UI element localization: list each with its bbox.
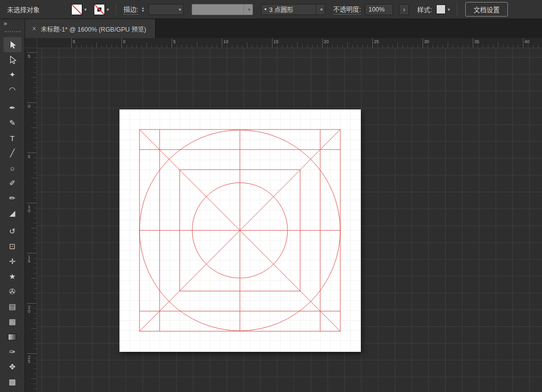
none-stroke-slash-icon — [94, 5, 104, 15]
ruler-left-label: 20 — [27, 305, 32, 313]
fill-dropdown-arrow[interactable]: ▾ — [84, 7, 87, 12]
opacity-label[interactable]: 不透明度: — [333, 4, 361, 15]
tools-panel: » ✦◠✒✎T╱○✐✏◢↺⊡✛★✇▤▦✑✥▩ — [0, 19, 25, 392]
ruler-top-label: 5 — [173, 39, 176, 44]
artboard-tool[interactable]: ▦ — [4, 314, 22, 329]
type-tool[interactable]: T — [4, 130, 22, 146]
star-tool[interactable]: ★ — [4, 269, 22, 284]
ruler-corner[interactable] — [25, 38, 37, 48]
ruler-left-label: 0 — [27, 104, 32, 108]
swatches-grid-tool[interactable]: ▩ — [4, 374, 22, 389]
direct-selection-tool-icon — [9, 56, 17, 64]
curvature-tool[interactable]: ✎ — [4, 115, 22, 130]
eyedropper-tool[interactable]: ✑ — [4, 344, 22, 359]
eraser-tool[interactable]: ◢ — [4, 206, 22, 221]
tab-close-icon[interactable]: × — [32, 25, 36, 33]
document-tab[interactable]: × 未标题-1* @ 1600% (RGB/GPU 预览) — [25, 19, 156, 38]
tab-title: 未标题-1* @ 1600% (RGB/GPU 预览) — [41, 24, 146, 34]
magic-wand-tool[interactable]: ✦ — [4, 67, 22, 82]
direct-selection-tool[interactable] — [4, 52, 22, 67]
toolbar-divider — [116, 4, 116, 16]
ruler-top-label: 20 — [324, 39, 329, 44]
brush-bullet-icon: • — [264, 6, 267, 13]
stroke-weight-label[interactable]: 描边: — [123, 4, 139, 15]
width-profile-dropdown: ▾ — [192, 4, 253, 15]
ruler-top-label: 35 — [474, 39, 479, 44]
ruler-top-label: 0 — [123, 39, 125, 44]
symbol-sprayer-tool[interactable]: ✇ — [4, 284, 22, 299]
artboard[interactable] — [119, 109, 361, 352]
ruler-top-label: 10 — [223, 39, 228, 44]
canvas[interactable] — [37, 48, 542, 392]
opacity-input[interactable]: 100% — [365, 4, 393, 15]
fill-color-swatch[interactable] — [71, 4, 82, 15]
free-transform-tool[interactable]: ⊡ — [4, 239, 22, 254]
toolbar-divider — [457, 4, 457, 16]
tools-list: ✦◠✒✎T╱○✐✏◢↺⊡✛★✇▤▦✑✥▩ — [0, 37, 25, 389]
stroke-dropdown-arrow[interactable]: ▾ — [107, 7, 109, 12]
style-swatch[interactable] — [436, 5, 446, 14]
document-setup-button[interactable]: 文档设置 — [465, 2, 507, 17]
canvas-row: 50510152025 — [25, 48, 542, 392]
vertical-ruler[interactable]: 50510152025 — [25, 48, 37, 392]
keyline-artwork — [119, 109, 361, 352]
opacity-more-button[interactable]: › — [399, 4, 409, 15]
gradient-tool[interactable] — [4, 329, 22, 344]
paintbrush-tool[interactable]: ✐ — [4, 176, 22, 191]
ruler-top-label: 5 — [73, 39, 75, 44]
document-tab-bar: × 未标题-1* @ 1600% (RGB/GPU 预览) — [25, 19, 542, 38]
brush-definition-value: 3 点圆形 — [269, 5, 316, 14]
ruler-top-label: 30 — [424, 39, 429, 44]
brush-definition-dropdown[interactable]: • 3 点圆形 ▾ — [261, 4, 325, 15]
illustrator-window: 未选择对象 ▾ ▾ 描边: ▴ ▾ ▾ ▾ • 3 点圆形 ▾ 不透明 — [0, 0, 542, 392]
control-bar: 未选择对象 ▾ ▾ 描边: ▴ ▾ ▾ ▾ • 3 点圆形 ▾ 不透明 — [0, 0, 542, 19]
rotate-tool[interactable]: ↺ — [4, 224, 22, 239]
panel-grip[interactable] — [5, 31, 21, 32]
ruler-top-label: 15 — [274, 39, 279, 44]
ruler-row: 50510152025303540 — [25, 38, 542, 48]
panel-expand-button[interactable]: » — [0, 19, 25, 29]
ruler-left-label: 15 — [27, 254, 32, 263]
brush-dropdown-arrow[interactable]: ▾ — [320, 7, 323, 12]
graph-tool[interactable]: ▤ — [4, 299, 22, 314]
lasso-tool[interactable]: ◠ — [4, 82, 22, 97]
puppet-warp-tool[interactable]: ✛ — [4, 254, 22, 269]
selection-tool[interactable] — [4, 37, 22, 52]
stroke-weight-dropdown[interactable]: ▾ — [149, 4, 184, 15]
ruler-top-label: 25 — [374, 39, 379, 44]
selection-status: 未选择对象 — [7, 5, 66, 14]
document-area: × 未标题-1* @ 1600% (RGB/GPU 预览) 5051015202… — [25, 19, 542, 392]
style-dropdown-arrow[interactable]: ▾ — [448, 7, 450, 12]
stepper-down-icon[interactable]: ▾ — [142, 10, 144, 13]
stroke-weight-dropdown-arrow[interactable]: ▾ — [179, 7, 181, 12]
stroke-weight-stepper[interactable]: ▴ ▾ — [142, 7, 144, 13]
ruler-top-label: 40 — [524, 39, 529, 44]
line-segment-tool[interactable]: ╱ — [4, 146, 22, 161]
ellipse-tool[interactable]: ○ — [4, 161, 22, 176]
ruler-left-label: 5 — [27, 154, 32, 158]
selection-tool-icon — [9, 41, 17, 49]
ruler-left-label: 5 — [27, 54, 32, 58]
stroke-color-swatch[interactable] — [94, 4, 105, 15]
hand-tool[interactable]: ✥ — [4, 359, 22, 374]
pen-tool[interactable]: ✒ — [4, 100, 22, 115]
ruler-left-label: 25 — [27, 355, 32, 363]
gradient-tool-icon — [8, 334, 17, 340]
style-label: 样式: — [417, 5, 432, 14]
horizontal-ruler[interactable]: 50510152025303540 — [37, 38, 542, 48]
pencil-tool[interactable]: ✏ — [4, 191, 22, 206]
none-fill-slash-icon — [72, 5, 82, 15]
width-profile-dropdown-arrow: ▾ — [248, 7, 250, 12]
opacity-value: 100% — [368, 6, 384, 13]
ruler-left-label: 10 — [27, 204, 32, 212]
